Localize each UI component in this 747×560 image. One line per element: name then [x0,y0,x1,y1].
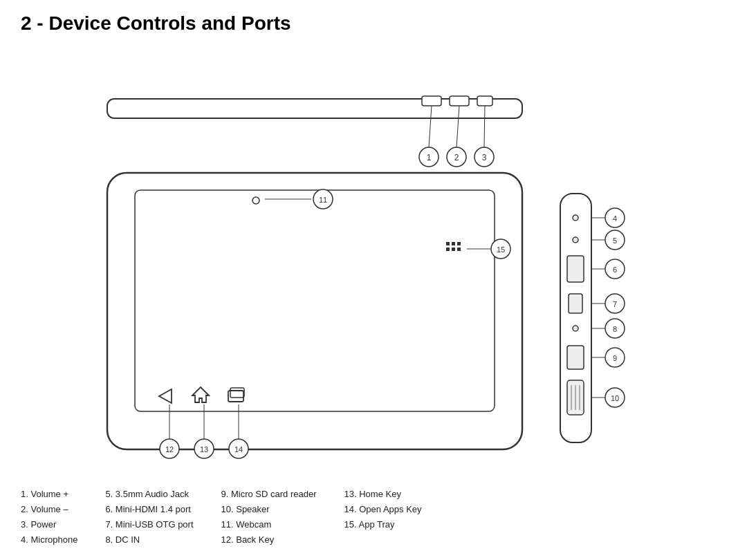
svg-text:2: 2 [454,153,459,162]
svg-point-43 [573,237,578,243]
legend-item-8: 8. DC IN [105,532,193,548]
legend-item-12: 12. Back Key [221,532,317,548]
svg-rect-1 [422,96,441,106]
svg-text:3: 3 [482,153,487,162]
page-title: 2 - Device Controls and Ports [0,0,747,41]
legend-item-3: 3. Power [21,517,77,532]
svg-rect-21 [457,242,461,245]
svg-rect-44 [567,256,584,282]
svg-point-46 [573,326,578,331]
svg-text:7: 7 [613,300,617,308]
legend-col-2: 5. 3.5mm Audio Jack 6. Mini-HDMI 1.4 por… [105,487,193,548]
svg-text:5: 5 [613,236,617,245]
legend-item-9: 9. Micro SD card reader [221,487,317,502]
svg-rect-24 [457,248,461,251]
svg-rect-19 [446,242,450,245]
svg-text:10: 10 [611,394,619,402]
svg-text:13: 13 [200,445,208,454]
svg-text:4: 4 [613,214,617,223]
svg-point-42 [573,215,578,221]
svg-rect-47 [567,346,584,369]
svg-text:12: 12 [165,445,174,454]
svg-rect-23 [452,248,455,251]
legend-item-4: 4. Microphone [21,532,77,548]
legend: 1. Volume + 2. Volume – 3. Power 4. Micr… [21,487,422,548]
legend-item-5: 5. 3.5mm Audio Jack [105,487,193,502]
svg-rect-3 [477,96,492,106]
legend-item-14: 14. Open Apps Key [344,502,422,517]
legend-col-1: 1. Volume + 2. Volume – 3. Power 4. Micr… [21,487,77,548]
svg-text:11: 11 [319,196,327,204]
legend-item-15: 15. App Tray [344,517,422,532]
svg-rect-2 [450,96,469,106]
legend-item-13: 13. Home Key [344,487,422,502]
svg-text:14: 14 [234,445,243,454]
svg-text:1: 1 [427,153,432,162]
legend-item-7: 7. Mini-USB OTG port [105,517,193,532]
svg-text:15: 15 [497,245,505,254]
svg-text:9: 9 [613,354,617,362]
svg-rect-45 [569,294,582,313]
svg-rect-22 [446,248,450,251]
legend-item-2: 2. Volume – [21,502,77,517]
legend-item-6: 6. Mini-HDMI 1.4 port [105,502,193,517]
svg-rect-20 [452,242,455,245]
svg-rect-14 [135,190,495,411]
legend-item-10: 10. Speaker [221,502,317,517]
diagram-area: 1 2 3 11 15 [0,41,747,512]
legend-item-11: 11. Webcam [221,517,317,532]
legend-item-1: 1. Volume + [21,487,77,502]
svg-text:8: 8 [613,325,617,333]
legend-col-3: 9. Micro SD card reader 10. Speaker 11. … [221,487,317,548]
svg-text:6: 6 [613,265,617,274]
legend-col-4: 13. Home Key 14. Open Apps Key 15. App T… [344,487,422,548]
